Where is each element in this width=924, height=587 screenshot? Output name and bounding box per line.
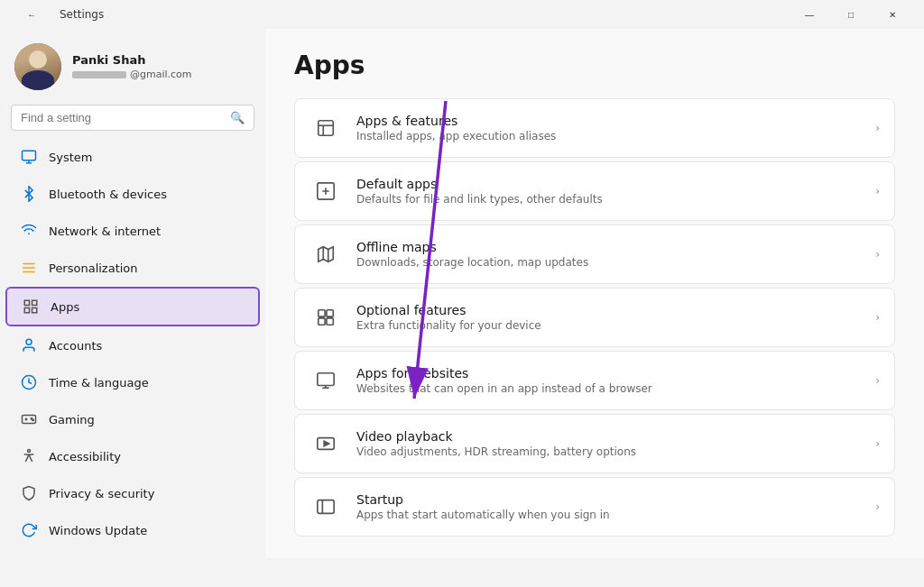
svg-rect-35 bbox=[318, 500, 334, 514]
titlebar-controls: — □ ✕ bbox=[789, 0, 913, 29]
avatar bbox=[14, 43, 61, 90]
content-wrapper: Apps Apps & features Installed apps, app… bbox=[265, 29, 924, 587]
svg-marker-34 bbox=[324, 441, 329, 446]
svg-point-18 bbox=[28, 450, 31, 453]
sidebar-item-update[interactable]: Windows Update bbox=[5, 512, 260, 548]
chevron-right-icon: › bbox=[875, 248, 880, 261]
search-input[interactable] bbox=[21, 111, 223, 124]
chevron-right-icon: › bbox=[875, 122, 880, 134]
svg-rect-8 bbox=[32, 300, 37, 305]
svg-rect-30 bbox=[318, 373, 334, 386]
setting-item-apps-websites[interactable]: Apps for websites Websites that can open… bbox=[294, 351, 895, 410]
avatar-image bbox=[14, 43, 61, 90]
sidebar-item-accounts[interactable]: Accounts bbox=[5, 327, 260, 363]
maximize-button[interactable]: □ bbox=[830, 0, 872, 29]
sidebar-item-bluetooth[interactable]: Bluetooth & devices bbox=[5, 176, 260, 212]
setting-desc: Installed apps, app execution aliases bbox=[356, 130, 861, 142]
sidebar-item-privacy[interactable]: Privacy & security bbox=[5, 475, 260, 511]
apps-icon bbox=[22, 298, 40, 316]
close-button[interactable]: ✕ bbox=[872, 0, 913, 29]
setting-text: Apps for websites Websites that can open… bbox=[356, 366, 861, 395]
sidebar-item-label: Windows Update bbox=[49, 524, 147, 537]
setting-label: Video playback bbox=[356, 429, 861, 444]
chevron-right-icon: › bbox=[875, 500, 880, 513]
apps-websites-icon bbox=[310, 364, 342, 397]
user-email-row: @gmail.com bbox=[72, 69, 251, 80]
search-icon: 🔍 bbox=[230, 111, 245, 124]
user-email: @gmail.com bbox=[130, 69, 192, 80]
svg-rect-19 bbox=[319, 121, 334, 136]
svg-rect-10 bbox=[32, 308, 37, 313]
setting-text: Default apps Defaults for file and link … bbox=[356, 177, 861, 206]
sidebar-item-network[interactable]: Network & internet bbox=[5, 213, 260, 249]
gaming-icon bbox=[20, 410, 38, 428]
sidebar-item-label: Bluetooth & devices bbox=[49, 188, 167, 201]
setting-item-video-playback[interactable]: Video playback Video adjustments, HDR st… bbox=[294, 414, 895, 473]
apps-features-icon bbox=[310, 112, 342, 144]
setting-text: Optional features Extra functionality fo… bbox=[356, 303, 861, 332]
chevron-right-icon: › bbox=[875, 185, 880, 197]
system-icon bbox=[20, 148, 38, 166]
privacy-icon bbox=[20, 484, 38, 502]
content-area: Apps Apps & features Installed apps, app… bbox=[265, 29, 924, 558]
user-name: Panki Shah bbox=[72, 53, 251, 67]
setting-label: Default apps bbox=[356, 177, 861, 191]
setting-desc: Video adjustments, HDR streaming, batter… bbox=[356, 445, 861, 458]
chevron-right-icon: › bbox=[875, 374, 880, 387]
setting-desc: Defaults for file and link types, other … bbox=[356, 193, 861, 206]
video-playback-icon bbox=[310, 427, 342, 460]
network-icon bbox=[20, 222, 38, 240]
sidebar-item-label: Gaming bbox=[49, 413, 95, 426]
svg-rect-29 bbox=[327, 318, 333, 325]
svg-point-17 bbox=[32, 419, 34, 421]
titlebar: ← Settings — □ ✕ bbox=[0, 0, 924, 29]
personalization-icon bbox=[20, 259, 38, 277]
sidebar-item-time[interactable]: Time & language bbox=[5, 364, 260, 400]
svg-point-11 bbox=[26, 339, 32, 344]
setting-label: Startup bbox=[356, 492, 861, 507]
setting-label: Offline maps bbox=[356, 240, 861, 254]
minimize-button[interactable]: — bbox=[789, 0, 830, 29]
update-icon bbox=[20, 521, 38, 539]
sidebar-item-label: Personalization bbox=[49, 261, 138, 275]
startup-icon bbox=[310, 491, 342, 523]
accounts-icon bbox=[20, 336, 38, 354]
search-box[interactable]: 🔍 bbox=[11, 105, 254, 131]
sidebar-item-system[interactable]: System bbox=[5, 139, 260, 175]
sidebar-item-apps[interactable]: Apps bbox=[5, 287, 260, 326]
svg-rect-9 bbox=[24, 308, 29, 313]
bluetooth-icon bbox=[20, 185, 38, 203]
setting-text: Offline maps Downloads, storage location… bbox=[356, 240, 861, 269]
sidebar-item-gaming[interactable]: Gaming bbox=[5, 401, 260, 437]
setting-text: Startup Apps that start automatically wh… bbox=[356, 492, 861, 521]
setting-item-default-apps[interactable]: Default apps Defaults for file and link … bbox=[294, 161, 895, 221]
setting-desc: Apps that start automatically when you s… bbox=[356, 509, 861, 521]
sidebar-item-accessibility[interactable]: Accessibility bbox=[5, 438, 260, 474]
setting-desc: Extra functionality for your device bbox=[356, 319, 861, 332]
user-info: Panki Shah @gmail.com bbox=[72, 53, 251, 80]
settings-list: Apps & features Installed apps, app exec… bbox=[294, 98, 895, 537]
setting-text: Apps & features Installed apps, app exec… bbox=[356, 114, 861, 142]
setting-desc: Websites that can open in an app instead… bbox=[356, 382, 861, 395]
user-profile: Panki Shah @gmail.com bbox=[0, 29, 265, 101]
sidebar-item-label: Time & language bbox=[49, 376, 149, 390]
setting-label: Apps for websites bbox=[356, 366, 861, 381]
default-apps-icon bbox=[310, 175, 342, 207]
accessibility-icon bbox=[20, 447, 38, 465]
setting-item-optional-features[interactable]: Optional features Extra functionality fo… bbox=[294, 288, 895, 347]
titlebar-left: ← Settings bbox=[11, 0, 104, 29]
sidebar-item-label: System bbox=[49, 151, 92, 164]
setting-label: Optional features bbox=[356, 303, 861, 317]
back-button[interactable]: ← bbox=[11, 0, 52, 29]
main-layout: Panki Shah @gmail.com 🔍 System Bluetooth… bbox=[0, 29, 924, 587]
setting-item-offline-maps[interactable]: Offline maps Downloads, storage location… bbox=[294, 225, 895, 284]
sidebar-item-personalization[interactable]: Personalization bbox=[5, 250, 260, 286]
svg-rect-28 bbox=[319, 318, 325, 325]
svg-rect-26 bbox=[319, 310, 325, 316]
chevron-right-icon: › bbox=[875, 437, 880, 450]
nav-list: System Bluetooth & devices Network & int… bbox=[0, 138, 265, 549]
setting-label: Apps & features bbox=[356, 114, 861, 128]
setting-item-apps-features[interactable]: Apps & features Installed apps, app exec… bbox=[294, 98, 895, 158]
setting-item-startup[interactable]: Startup Apps that start automatically wh… bbox=[294, 477, 895, 537]
svg-rect-27 bbox=[327, 310, 333, 316]
